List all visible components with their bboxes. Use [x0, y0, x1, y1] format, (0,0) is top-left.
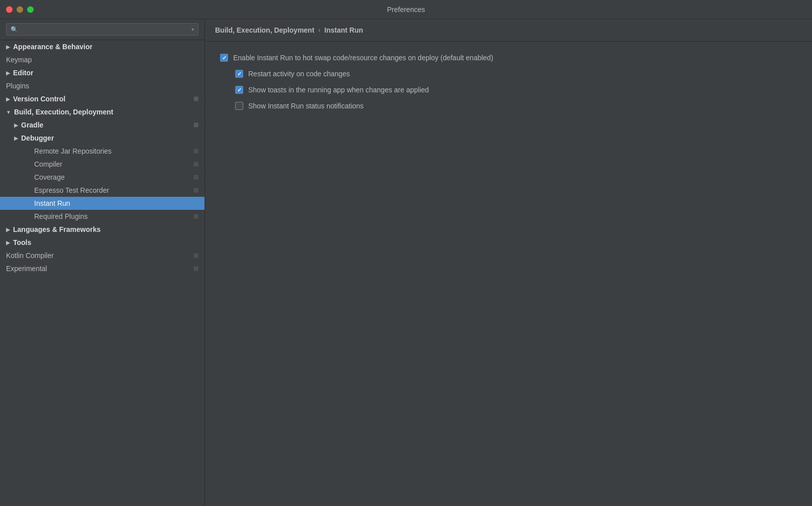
show-status-label: Show Instant Run status notifications	[248, 102, 364, 110]
enable-instant-run-label: Enable Instant Run to hot swap code/reso…	[233, 54, 493, 62]
sidebar-item-espresso-test-recorder[interactable]: Espresso Test Recorder ⊞	[0, 184, 205, 197]
settings-panel: Enable Instant Run to hot swap code/reso…	[205, 42, 812, 506]
setting-row-restart-activity: Restart activity on code changes	[220, 70, 797, 78]
sidebar-item-label: Espresso Test Recorder	[34, 186, 109, 194]
setting-row-show-toasts: Show toasts in the running app when chan…	[220, 86, 797, 94]
show-status-checkbox-wrapper[interactable]: Show Instant Run status notifications	[235, 102, 364, 110]
sidebar-item-label: Keymap	[6, 56, 32, 64]
enable-instant-run-checkbox-wrapper[interactable]: Enable Instant Run to hot swap code/reso…	[220, 54, 493, 62]
copy-icon: ⊞	[193, 161, 198, 168]
show-toasts-checkbox[interactable]	[235, 86, 243, 94]
sidebar-item-experimental[interactable]: Experimental ⊞	[0, 262, 205, 275]
setting-row-show-status: Show Instant Run status notifications	[220, 102, 797, 110]
preferences-window: Preferences 🔍 ▾ ▶ Appearance & Behavior	[0, 0, 812, 506]
collapse-arrow-icon: ▶	[6, 96, 10, 102]
sidebar-item-label: Plugins	[6, 82, 29, 90]
copy-icon: ⊞	[193, 148, 198, 155]
sidebar-item-coverage[interactable]: Coverage ⊞	[0, 171, 205, 184]
show-status-checkbox[interactable]	[235, 102, 243, 110]
sidebar-item-gradle[interactable]: ▶ Gradle ⊞	[0, 118, 205, 132]
sidebar-item-build-exec-deploy[interactable]: ▼ Build, Execution, Deployment	[0, 105, 205, 118]
restart-activity-checkbox[interactable]	[235, 70, 243, 78]
setting-row-main: Enable Instant Run to hot swap code/reso…	[220, 54, 797, 62]
sidebar-item-tools[interactable]: ▶ Tools	[0, 236, 205, 249]
copy-icon: ⊞	[193, 265, 198, 272]
search-dropdown-icon[interactable]: ▾	[191, 27, 194, 32]
copy-icon: ⊞	[193, 121, 198, 129]
search-icon: 🔍	[11, 26, 18, 33]
sidebar-item-label: Appearance & Behavior	[13, 43, 92, 51]
show-toasts-label: Show toasts in the running app when chan…	[248, 86, 429, 94]
sidebar-item-label: Required Plugins	[34, 212, 88, 220]
sidebar-item-version-control[interactable]: ▶ Version Control ⊞	[0, 92, 205, 105]
sidebar-item-label: Languages & Frameworks	[13, 225, 100, 233]
sidebar-item-label: Compiler	[34, 160, 62, 168]
restart-activity-label: Restart activity on code changes	[248, 70, 350, 78]
breadcrumb: Build, Execution, Deployment › Instant R…	[205, 19, 812, 42]
sidebar-item-required-plugins[interactable]: Required Plugins ⊞	[0, 210, 205, 223]
collapse-arrow-icon: ▶	[14, 122, 18, 128]
copy-icon: ⊞	[193, 174, 198, 181]
sidebar-item-label: Kotlin Compiler	[6, 251, 54, 260]
sidebar-item-label: Experimental	[6, 265, 47, 273]
show-toasts-checkbox-wrapper[interactable]: Show toasts in the running app when chan…	[235, 86, 429, 94]
close-button[interactable]	[6, 6, 13, 13]
collapse-arrow-icon: ▶	[6, 44, 10, 50]
sidebar-item-plugins[interactable]: Plugins	[0, 79, 205, 92]
breadcrumb-current: Instant Run	[325, 26, 363, 34]
minimize-button[interactable]	[17, 6, 23, 13]
sidebar-item-label: Version Control	[13, 95, 65, 103]
sidebar-item-keymap[interactable]: Keymap	[0, 53, 205, 66]
sidebar-item-label: Instant Run	[34, 199, 70, 207]
collapse-arrow-icon: ▶	[14, 136, 18, 141]
copy-icon: ⊞	[193, 95, 198, 102]
maximize-button[interactable]	[27, 6, 34, 13]
collapse-arrow-icon: ▶	[6, 227, 10, 232]
sidebar-item-languages-frameworks[interactable]: ▶ Languages & Frameworks	[0, 223, 205, 236]
collapse-arrow-icon: ▶	[6, 240, 10, 245]
enable-instant-run-checkbox[interactable]	[220, 54, 228, 62]
search-input[interactable]	[21, 26, 188, 33]
breadcrumb-parent: Build, Execution, Deployment	[215, 26, 315, 34]
search-bar: 🔍 ▾	[0, 19, 205, 40]
sidebar-item-remote-jar-repos[interactable]: Remote Jar Repositories ⊞	[0, 145, 205, 158]
copy-icon: ⊞	[193, 252, 198, 259]
title-bar: Preferences	[0, 0, 812, 19]
sidebar-item-compiler[interactable]: Compiler ⊞	[0, 158, 205, 171]
sidebar-item-kotlin-compiler[interactable]: Kotlin Compiler ⊞	[0, 249, 205, 262]
sidebar-item-debugger[interactable]: ▶ Debugger	[0, 132, 205, 145]
sidebar: 🔍 ▾ ▶ Appearance & Behavior Keymap	[0, 19, 205, 506]
collapse-arrow-icon: ▶	[6, 70, 10, 76]
sidebar-item-editor[interactable]: ▶ Editor	[0, 66, 205, 79]
collapse-arrow-icon: ▼	[6, 109, 11, 115]
sidebar-item-label: Editor	[13, 69, 33, 77]
window-title: Preferences	[387, 6, 425, 14]
copy-icon: ⊞	[193, 187, 198, 194]
sidebar-item-appearance-behavior[interactable]: ▶ Appearance & Behavior	[0, 40, 205, 53]
breadcrumb-separator: ›	[319, 27, 321, 34]
sidebar-item-label: Build, Execution, Deployment	[14, 108, 114, 116]
sidebar-item-label: Tools	[13, 238, 31, 246]
copy-icon: ⊞	[193, 213, 198, 220]
nav-tree: ▶ Appearance & Behavior Keymap ▶ Editor …	[0, 40, 205, 506]
sidebar-item-label: Remote Jar Repositories	[34, 147, 112, 155]
main-content: 🔍 ▾ ▶ Appearance & Behavior Keymap	[0, 19, 812, 506]
sidebar-item-label: Gradle	[21, 121, 43, 129]
window-controls	[6, 6, 34, 13]
sidebar-item-label: Coverage	[34, 173, 65, 181]
sidebar-item-label: Debugger	[21, 134, 54, 142]
content-area: Build, Execution, Deployment › Instant R…	[205, 19, 812, 506]
search-wrapper[interactable]: 🔍 ▾	[6, 23, 198, 36]
sidebar-item-instant-run[interactable]: Instant Run	[0, 197, 205, 210]
restart-activity-checkbox-wrapper[interactable]: Restart activity on code changes	[235, 70, 350, 78]
